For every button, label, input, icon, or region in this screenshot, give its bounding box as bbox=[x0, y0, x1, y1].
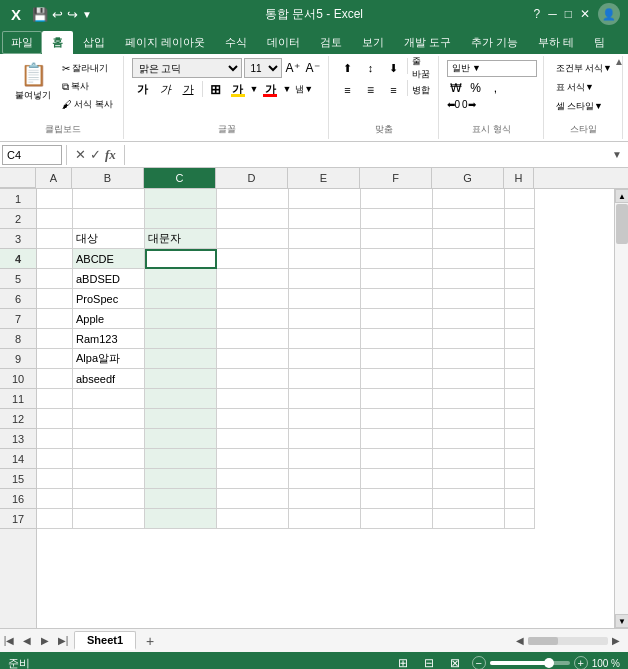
cell-d5[interactable] bbox=[217, 269, 289, 289]
align-bottom-button[interactable]: ⬇ bbox=[383, 58, 405, 78]
scroll-thumb[interactable] bbox=[616, 204, 628, 244]
cell-d15[interactable] bbox=[217, 469, 289, 489]
cell-h16[interactable] bbox=[505, 489, 535, 509]
cell-c16[interactable] bbox=[145, 489, 217, 509]
horizontal-scrollbar[interactable] bbox=[528, 637, 608, 645]
border-button[interactable]: ⊞ bbox=[206, 79, 226, 99]
cell-e5[interactable] bbox=[289, 269, 361, 289]
cell-a3[interactable] bbox=[37, 229, 73, 249]
col-header-h[interactable]: H bbox=[504, 168, 534, 188]
cell-d10[interactable] bbox=[217, 369, 289, 389]
cell-c5[interactable] bbox=[145, 269, 217, 289]
cell-f16[interactable] bbox=[361, 489, 433, 509]
zoom-out-button[interactable]: − bbox=[472, 656, 486, 669]
cell-g13[interactable] bbox=[433, 429, 505, 449]
zoom-track[interactable] bbox=[490, 661, 570, 665]
cell-h14[interactable] bbox=[505, 449, 535, 469]
cell-a4[interactable] bbox=[37, 249, 73, 269]
prev-sheet-button[interactable]: ◀ bbox=[18, 632, 36, 650]
cell-c8[interactable] bbox=[145, 329, 217, 349]
cell-e7[interactable] bbox=[289, 309, 361, 329]
cell-h10[interactable] bbox=[505, 369, 535, 389]
cell-f4[interactable] bbox=[361, 249, 433, 269]
zoom-thumb[interactable] bbox=[544, 658, 554, 668]
cell-g7[interactable] bbox=[433, 309, 505, 329]
tab-insert[interactable]: 삽입 bbox=[73, 31, 115, 54]
cell-g17[interactable] bbox=[433, 509, 505, 529]
last-sheet-button[interactable]: ▶| bbox=[54, 632, 72, 650]
cell-h1[interactable] bbox=[505, 189, 535, 209]
cell-e1[interactable] bbox=[289, 189, 361, 209]
cell-a10[interactable] bbox=[37, 369, 73, 389]
cut-button[interactable]: ✂ 잘라내기 bbox=[58, 60, 117, 77]
increase-decimal-button[interactable]: 0➡ bbox=[462, 99, 476, 110]
cell-b15[interactable] bbox=[73, 469, 145, 489]
cell-styles-button[interactable]: 셀 스타일▼ bbox=[552, 98, 616, 115]
cell-f13[interactable] bbox=[361, 429, 433, 449]
cell-f9[interactable] bbox=[361, 349, 433, 369]
cell-b12[interactable] bbox=[73, 409, 145, 429]
cell-d3[interactable] bbox=[217, 229, 289, 249]
cell-h3[interactable] bbox=[505, 229, 535, 249]
cell-f8[interactable] bbox=[361, 329, 433, 349]
col-header-e[interactable]: E bbox=[288, 168, 360, 188]
cell-f14[interactable] bbox=[361, 449, 433, 469]
undo-button[interactable]: ↩ bbox=[52, 7, 63, 22]
cell-g5[interactable] bbox=[433, 269, 505, 289]
row-header-5[interactable]: 5 bbox=[0, 269, 36, 289]
redo-button[interactable]: ↪ bbox=[67, 7, 78, 22]
scroll-right-button[interactable]: ▶ bbox=[612, 635, 620, 646]
merge-cells-button[interactable]: 병합 bbox=[410, 80, 432, 100]
cell-g2[interactable] bbox=[433, 209, 505, 229]
tab-developer[interactable]: 개발 도구 bbox=[394, 31, 461, 54]
cell-b4[interactable]: ABCDE bbox=[73, 249, 145, 269]
copy-button[interactable]: ⧉ 복사 bbox=[58, 78, 117, 95]
cell-f5[interactable] bbox=[361, 269, 433, 289]
cell-h4[interactable] bbox=[505, 249, 535, 269]
page-layout-view-button[interactable]: ⊟ bbox=[420, 654, 438, 669]
cell-h13[interactable] bbox=[505, 429, 535, 449]
cell-h8[interactable] bbox=[505, 329, 535, 349]
cell-e12[interactable] bbox=[289, 409, 361, 429]
cell-g12[interactable] bbox=[433, 409, 505, 429]
next-sheet-button[interactable]: ▶ bbox=[36, 632, 54, 650]
page-break-preview-button[interactable]: ⊠ bbox=[446, 654, 464, 669]
cell-c12[interactable] bbox=[145, 409, 217, 429]
table-format-button[interactable]: 표 서식▼ bbox=[552, 79, 616, 96]
cell-e3[interactable] bbox=[289, 229, 361, 249]
cell-c2[interactable] bbox=[145, 209, 217, 229]
cell-c10[interactable] bbox=[145, 369, 217, 389]
row-header-14[interactable]: 14 bbox=[0, 449, 36, 469]
cell-b1[interactable] bbox=[73, 189, 145, 209]
cell-reference-box[interactable]: C4 bbox=[2, 145, 62, 165]
cell-c14[interactable] bbox=[145, 449, 217, 469]
cell-a11[interactable] bbox=[37, 389, 73, 409]
cell-a12[interactable] bbox=[37, 409, 73, 429]
cell-f15[interactable] bbox=[361, 469, 433, 489]
cell-h11[interactable] bbox=[505, 389, 535, 409]
cell-b6[interactable]: ProSpec bbox=[73, 289, 145, 309]
cell-g1[interactable] bbox=[433, 189, 505, 209]
cell-g14[interactable] bbox=[433, 449, 505, 469]
cell-e4[interactable] bbox=[289, 249, 361, 269]
scroll-left-button[interactable]: ◀ bbox=[516, 635, 524, 646]
cell-b10[interactable]: abseedf bbox=[73, 369, 145, 389]
cell-d4[interactable] bbox=[217, 249, 289, 269]
cell-e16[interactable] bbox=[289, 489, 361, 509]
formula-dropdown-icon[interactable]: ▼ bbox=[608, 149, 626, 160]
col-header-a[interactable]: A bbox=[36, 168, 72, 188]
tab-addins[interactable]: 추가 기능 bbox=[461, 31, 528, 54]
align-center-button[interactable]: ≡ bbox=[360, 80, 382, 100]
cell-h15[interactable] bbox=[505, 469, 535, 489]
cell-b5[interactable]: aBDSED bbox=[73, 269, 145, 289]
cell-e15[interactable] bbox=[289, 469, 361, 489]
cell-d9[interactable] bbox=[217, 349, 289, 369]
cell-b9[interactable]: Alpa알파 bbox=[73, 349, 145, 369]
cell-e9[interactable] bbox=[289, 349, 361, 369]
add-sheet-button[interactable]: + bbox=[140, 631, 160, 651]
cell-a7[interactable] bbox=[37, 309, 73, 329]
cell-a16[interactable] bbox=[37, 489, 73, 509]
fill-color-dropdown[interactable]: ▼ bbox=[250, 84, 259, 94]
fill-color-button[interactable]: 가 bbox=[228, 79, 248, 99]
align-top-button[interactable]: ⬆ bbox=[337, 58, 359, 78]
